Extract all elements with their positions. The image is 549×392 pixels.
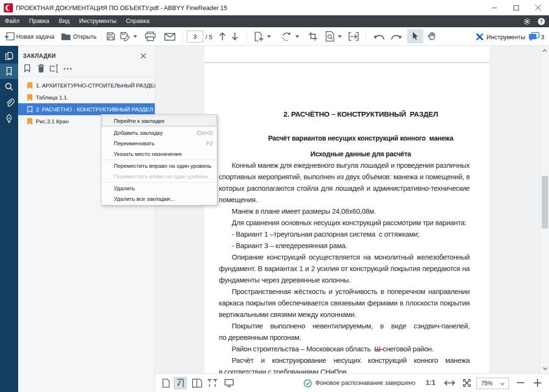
tools-button[interactable]: Инструменты (486, 33, 525, 41)
bookmarks-panel-icon[interactable] (4, 67, 14, 76)
undo-icon[interactable] (373, 33, 386, 41)
save-as-dropdown-caret[interactable] (133, 35, 137, 38)
add-pages-icon[interactable] (254, 32, 264, 42)
context-menu-item[interactable]: Удалить все закладки... (101, 194, 217, 204)
doc-text-line: - Вариант 1 –треугольная распорная систе… (219, 229, 470, 240)
zoom-select[interactable]: 75% (476, 378, 509, 389)
zoom-out-icon[interactable] (517, 382, 524, 383)
bookmark-item[interactable]: Таблица 1.1. (18, 91, 155, 103)
doc-text-line: в соответствии с требованиями СНиПов. (219, 366, 470, 373)
vertical-scrollbar[interactable] (540, 46, 549, 373)
document-view: 2. РАСЧЁТНО – КОНСТРУКТИВНЫЙ РАЗДЕЛ Расч… (155, 46, 549, 373)
menu-separator (102, 160, 216, 160)
comments-icon[interactable] (528, 32, 539, 41)
more-options-icon[interactable] (64, 68, 72, 70)
menu-item[interactable]: Справка (121, 15, 154, 27)
maximize-button[interactable] (505, 0, 527, 15)
bookmark-item[interactable]: 2. РАСЧЁТНО - КОНСТРУКТИВНЫЙ РАЗДЕЛ (18, 103, 155, 115)
doc-text-line: Покрытие выполнено невентилируемым, в ви… (219, 320, 470, 332)
bookmark-label: Таблица 1.1. (36, 94, 68, 101)
actual-size-button[interactable]: 1:1 (426, 379, 435, 386)
new-task-button[interactable]: Новая задача (16, 33, 54, 40)
new-task-icon[interactable] (4, 32, 15, 41)
doc-text-line: фундамент. В вариантах 1 и 2 усилия от к… (219, 263, 470, 274)
bookmark-label: Рис.3.1 Кран (36, 118, 69, 125)
open-folder-icon[interactable] (61, 33, 71, 40)
next-page-icon[interactable] (231, 32, 238, 41)
bookmarks-panel: ЗАКЛАДКИ 1. АРХИТЕКТУРНО-СТРОИТЕЛЬНЫЙ РА… (18, 46, 155, 392)
view-two-pages-icon[interactable] (192, 379, 202, 388)
print-icon[interactable] (145, 32, 156, 41)
bookmark-item[interactable]: 1. АРХИТЕКТУРНО-СТРОИТЕЛЬНЫЙ РАЗДЕЛ (18, 79, 155, 91)
add-pages-dropdown-caret[interactable] (267, 35, 271, 38)
bookmark-label: 2. РАСЧЁТНО - КОНСТРУКТИВНЫЙ РАЗДЕЛ (36, 106, 153, 113)
add-bookmark-icon[interactable] (24, 64, 31, 73)
menu-item[interactable]: Файл (0, 15, 24, 27)
view-two-pages-continuous-icon[interactable] (207, 379, 218, 388)
recognition-status-text: Фоновое распознавание завершено (315, 380, 415, 386)
crop-icon[interactable] (308, 32, 318, 41)
menu-item[interactable]: Вид (54, 15, 75, 27)
digital-signature-panel-icon[interactable] (4, 114, 14, 123)
scrollbar-thumb[interactable] (542, 176, 548, 229)
menu-separator (102, 182, 216, 183)
minimize-button[interactable] (483, 0, 505, 15)
page-number-input[interactable]: 3 (187, 31, 203, 43)
email-icon[interactable] (164, 33, 175, 41)
context-menu-item[interactable]: Удалить (101, 183, 217, 194)
find-in-page-icon[interactable] (325, 31, 334, 42)
previous-page-icon[interactable] (219, 32, 226, 41)
view-single-page-icon[interactable] (162, 379, 170, 388)
menu-item[interactable]: Правка (24, 15, 54, 27)
recognition-check-icon (303, 379, 312, 388)
find-dropdown-caret[interactable] (338, 35, 342, 38)
title-bar: ПРОЕКТНАЯ ДОКУМЕНТАЦИЯ ПО ОБЪЕКТУ.pdf - … (0, 0, 549, 15)
view-continuous-icon[interactable] (176, 379, 184, 388)
rotate-icon[interactable] (281, 32, 291, 42)
fit-page-icon[interactable] (463, 379, 471, 387)
doc-text-line: спортивных мероприятий, выполнен из двух… (219, 171, 470, 183)
save-as-icon[interactable] (120, 31, 131, 41)
context-menu-item[interactable]: F2Переименовать (101, 138, 217, 149)
document-page: 2. РАСЧЁТНО – КОНСТРУКТИВНЫЙ РАЗДЕЛ Расч… (205, 63, 489, 373)
context-menu-item[interactable]: Указать место назначения (101, 149, 217, 159)
bookmarks-panel-title: ЗАКЛАДКИ (23, 53, 56, 59)
menu-item[interactable]: Инструменты (75, 15, 121, 27)
close-button[interactable] (527, 0, 549, 15)
zoom-in-icon[interactable] (534, 379, 541, 387)
doc-text-line: вертикальными связями между колоннами. (219, 309, 470, 320)
settings-gear-icon[interactable] (523, 18, 531, 25)
doc-heading-section: 2. РАСЧЁТНО – КОНСТРУКТИВНЫЙ РАЗДЕЛ (250, 109, 471, 120)
help-icon[interactable]: ? (538, 18, 545, 25)
context-menu-item[interactable]: Ctrl+DДобавить закладку (101, 128, 217, 138)
fit-width-icon[interactable] (444, 380, 455, 386)
search-panel-icon[interactable] (4, 82, 14, 92)
select-tool-button[interactable] (407, 29, 423, 44)
doc-text-line: по деревянным прогонам. (219, 332, 470, 343)
delete-bookmark-icon[interactable] (37, 64, 45, 73)
attachments-panel-icon[interactable] (4, 98, 14, 108)
redo-icon[interactable] (389, 33, 402, 41)
rotate-dropdown-caret[interactable] (295, 35, 299, 38)
view-fullscreen-icon[interactable] (225, 379, 234, 387)
pages-panel-icon[interactable] (4, 51, 14, 61)
hand-tool-icon[interactable] (427, 32, 436, 41)
panel-close-icon[interactable] (140, 53, 146, 59)
open-button[interactable]: Открыть (73, 33, 97, 40)
tools-icon[interactable] (475, 33, 484, 41)
doc-text-line: помещения. (219, 194, 470, 206)
doc-text-line: фундаменты через деревянные колонны. (219, 274, 470, 286)
menu-separator (102, 127, 216, 127)
save-icon[interactable] (106, 32, 116, 41)
rename-bookmark-icon[interactable] (50, 65, 60, 73)
doc-text-line: Пространственная жёсткость и устойчивост… (219, 286, 470, 297)
context-menu-item[interactable]: Перейти к закладке (102, 116, 216, 126)
comments-count: 3 (541, 33, 544, 41)
bookmark-icon (27, 118, 32, 125)
window-title: ПРОЕКТНАЯ ДОКУМЕНТАЦИЯ ПО ОБЪЕКТУ.pdf - … (16, 4, 227, 11)
status-bar: Фоновое распознавание завершено 1:1 75% (155, 373, 549, 392)
doc-text-line: Манеж в плане имеет размеры 24,08х60,08м… (219, 206, 470, 217)
send-to-icon[interactable] (348, 32, 359, 41)
doc-text-line: - Вариант 3 – клеедеревянная рама. (219, 240, 470, 251)
context-menu-item[interactable]: Переместить вправо на один уровень (101, 161, 217, 171)
